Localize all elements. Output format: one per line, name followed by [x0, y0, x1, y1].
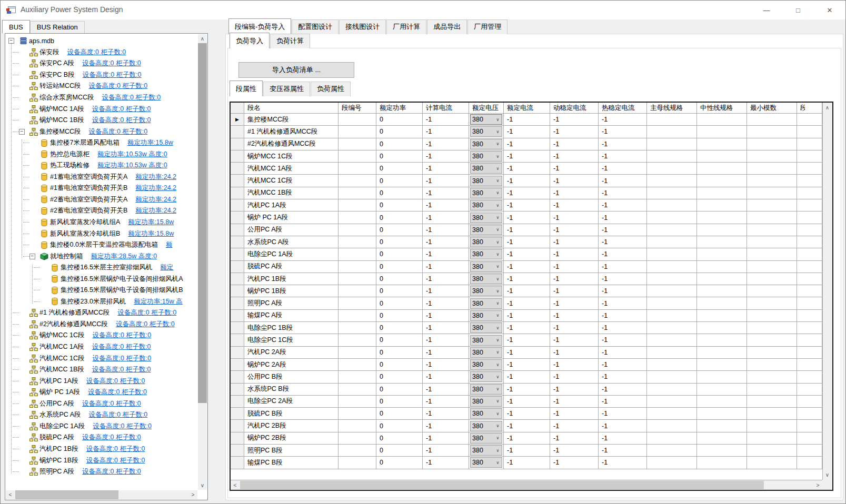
cell-clipped[interactable] — [797, 114, 822, 126]
tree-item[interactable]: 锅炉 PC 1A段设备高度:0 柜子数:0 — [6, 387, 197, 398]
cell-segment-name[interactable]: 锅炉PC 2A段 — [244, 359, 339, 371]
cell-clipped[interactable] — [797, 432, 822, 445]
cell-segment-name[interactable]: 照明PC A段 — [244, 297, 339, 309]
tree-item[interactable]: 集控楼23.0米层排风机额定功率:15w 高 — [6, 296, 197, 308]
tree-item[interactable]: #1蓄电池室空调负荷开关B额定功率:24.2 — [6, 183, 197, 194]
cell-calc-current[interactable]: -1 — [423, 211, 469, 224]
cell-calc-current[interactable]: -1 — [423, 273, 469, 285]
tree-item-link[interactable]: 额定功率:24.2 — [135, 195, 176, 204]
cell-rated-power[interactable]: 0 — [376, 408, 423, 420]
cell-rated-voltage[interactable]: 380∨ — [469, 187, 504, 199]
tree-item-link[interactable]: 设备高度:0 柜子数:0 — [86, 456, 145, 465]
cell-min-module[interactable] — [747, 248, 797, 260]
row-selector[interactable] — [231, 445, 244, 457]
cell-segment-name[interactable]: 水系统PC A段 — [244, 236, 339, 248]
cell-rated-current[interactable]: -1 — [504, 199, 550, 211]
cell-rated-power[interactable]: 0 — [376, 457, 423, 469]
cell-clipped[interactable] — [797, 297, 822, 309]
tree-item[interactable]: 保安PC B段设备高度:0 柜子数:0 — [6, 69, 197, 81]
cell-calc-current[interactable]: -1 — [423, 150, 469, 163]
row-selector[interactable] — [231, 273, 244, 285]
cell-main-bus-spec[interactable] — [647, 396, 697, 408]
cell-main-bus-spec[interactable] — [647, 163, 697, 175]
cell-neutral-spec[interactable] — [697, 334, 747, 346]
cell-rated-voltage[interactable]: 380∨ — [469, 261, 504, 273]
cell-dynamic-stable-current[interactable]: -1 — [550, 445, 599, 457]
cell-neutral-spec[interactable] — [697, 297, 747, 309]
cell-segment-no[interactable] — [339, 199, 376, 211]
tree-item-link[interactable]: 额定 — [160, 263, 173, 272]
cell-neutral-spec[interactable] — [697, 187, 747, 199]
cell-neutral-spec[interactable] — [697, 347, 747, 359]
cell-min-module[interactable] — [747, 114, 797, 126]
scroll-right-icon[interactable]: > — [188, 490, 197, 499]
cell-rated-power[interactable]: 0 — [376, 175, 423, 187]
cell-dynamic-stable-current[interactable]: -1 — [550, 261, 599, 273]
cell-calc-current[interactable]: -1 — [423, 175, 469, 187]
cell-calc-current[interactable]: -1 — [423, 322, 469, 334]
cell-segment-no[interactable] — [339, 175, 376, 187]
tree-item-link[interactable]: 额定功率:10.53w 高度:0 — [97, 161, 167, 170]
cell-dynamic-stable-current[interactable]: -1 — [550, 396, 599, 408]
chevron-down-icon[interactable]: ∨ — [494, 424, 502, 428]
row-selector[interactable] — [231, 371, 244, 383]
cell-min-module[interactable] — [747, 432, 797, 445]
cell-main-bus-spec[interactable] — [647, 211, 697, 224]
cell-clipped[interactable] — [797, 163, 822, 175]
cell-rated-current[interactable]: -1 — [504, 138, 550, 150]
cell-clipped[interactable] — [797, 322, 822, 334]
cell-dynamic-stable-current[interactable]: -1 — [550, 150, 599, 163]
cell-clipped[interactable] — [797, 236, 822, 248]
main-tab-selected[interactable]: 段编辑-负荷导入 — [228, 18, 291, 34]
cell-rated-voltage[interactable]: 380∨ — [469, 126, 504, 138]
cell-rated-current[interactable]: -1 — [504, 261, 550, 273]
cell-calc-current[interactable]: -1 — [423, 236, 469, 248]
tree-item-link[interactable]: 额定功率:10.53w 高度:0 — [97, 150, 167, 159]
cell-dynamic-stable-current[interactable]: -1 — [550, 322, 599, 334]
cell-segment-no[interactable] — [339, 334, 376, 346]
cell-thermal-stable-current[interactable]: -1 — [599, 261, 647, 273]
voltage-combobox[interactable]: 380∨ — [470, 151, 502, 162]
cell-thermal-stable-current[interactable]: -1 — [599, 163, 647, 175]
cell-rated-voltage[interactable]: 380∨ — [469, 163, 504, 175]
cell-thermal-stable-current[interactable]: -1 — [599, 297, 647, 309]
cell-clipped[interactable] — [797, 248, 822, 260]
cell-segment-name[interactable]: 汽机PC 1A段 — [244, 199, 339, 211]
cell-main-bus-spec[interactable] — [647, 236, 697, 248]
cell-segment-name[interactable]: 汽机PC 1B段 — [244, 273, 339, 285]
cell-thermal-stable-current[interactable]: -1 — [599, 175, 647, 187]
tree-item-link[interactable]: 设备高度:0 柜子数:0 — [82, 399, 141, 408]
cell-segment-name[interactable]: 汽机MCC 1A段 — [244, 163, 339, 175]
row-selector[interactable] — [231, 175, 244, 187]
tree-item[interactable]: 公用PC A段设备高度:0 柜子数:0 — [6, 398, 197, 410]
grid-column-header[interactable]: 热稳定电流 — [599, 103, 647, 114]
cell-rated-power[interactable]: 0 — [376, 138, 423, 150]
cell-min-module[interactable] — [747, 457, 797, 469]
row-selector[interactable] — [231, 310, 244, 322]
cell-min-module[interactable] — [747, 175, 797, 187]
grid-column-header[interactable]: 动稳定电流 — [550, 103, 599, 114]
cell-main-bus-spec[interactable] — [647, 261, 697, 273]
chevron-down-icon[interactable]: ∨ — [494, 252, 502, 257]
cell-main-bus-spec[interactable] — [647, 408, 697, 420]
tree-item[interactable]: 集控楼0.0米层干变温控器电源配电箱额 — [6, 239, 197, 251]
cell-rated-current[interactable]: -1 — [504, 457, 550, 469]
cell-rated-voltage[interactable]: 380∨ — [469, 347, 504, 359]
tree-item-link[interactable]: 设备高度:0 柜子数:0 — [82, 59, 141, 68]
row-selector[interactable] — [231, 261, 244, 273]
tree-item-link[interactable]: 额 — [166, 240, 173, 249]
cell-main-bus-spec[interactable] — [647, 432, 697, 445]
tree-item-link[interactable]: 设备高度:0 柜子数:0 — [88, 127, 147, 136]
scrollbar-thumb[interactable] — [240, 481, 764, 489]
cell-main-bus-spec[interactable] — [647, 297, 697, 309]
voltage-combobox[interactable]: 380∨ — [470, 371, 502, 382]
grid-column-header[interactable]: 最小模数 — [747, 103, 797, 114]
tree-item[interactable]: 汽机PC 1A段设备高度:0 柜子数:0 — [6, 375, 197, 387]
cell-calc-current[interactable]: -1 — [423, 457, 469, 469]
chevron-down-icon[interactable]: ∨ — [494, 289, 502, 294]
property-tab-selected[interactable]: 段属性 — [230, 80, 263, 96]
cell-rated-voltage[interactable]: 380∨ — [469, 322, 504, 334]
cell-neutral-spec[interactable] — [697, 310, 747, 322]
cell-neutral-spec[interactable] — [697, 199, 747, 211]
row-selector[interactable] — [231, 457, 244, 469]
